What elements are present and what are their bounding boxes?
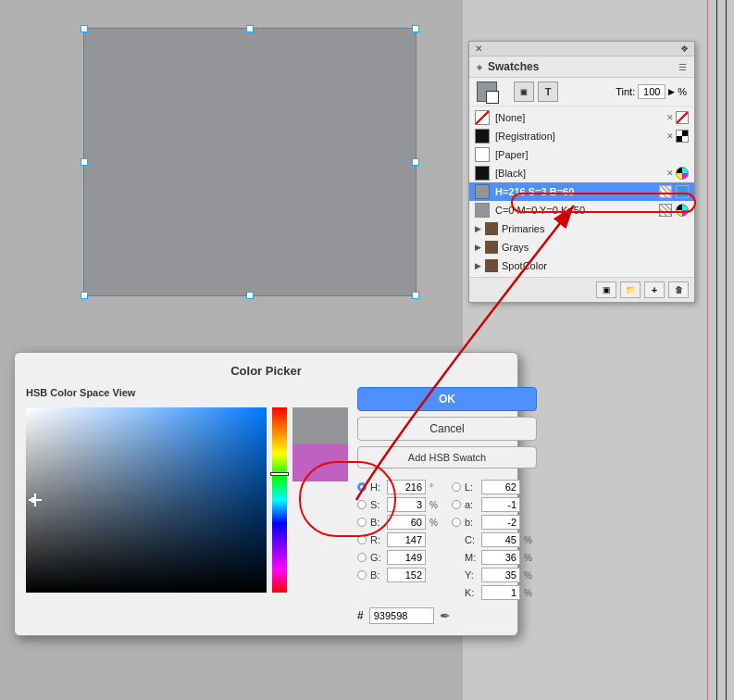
new-group-icon: ▣ [603, 285, 611, 294]
C-input[interactable] [481, 532, 520, 547]
radio-R[interactable] [357, 535, 367, 544]
radio-b3[interactable] [452, 518, 461, 527]
field-row-G: G: [357, 550, 442, 565]
radio-G[interactable] [357, 553, 367, 562]
hue-slider[interactable] [270, 472, 289, 476]
handle-tm[interactable] [246, 25, 254, 32]
primaries-icon [485, 222, 498, 235]
tint-input[interactable] [638, 84, 666, 99]
radio-B2[interactable] [357, 570, 367, 580]
eyedropper-icon[interactable]: ✒ [440, 608, 451, 623]
color-gradient[interactable] [26, 407, 267, 593]
cp-right-section: OK Cancel Add HSB Swatch H: ° L: [357, 387, 537, 624]
panel-top-bar: ✕ ❖ [469, 42, 694, 56]
tint-arrow[interactable]: ▶ [668, 87, 675, 96]
radio-a[interactable] [452, 500, 461, 509]
diamond-icon: ◆ [477, 63, 482, 71]
panel-collapse[interactable]: ❖ [680, 44, 689, 54]
color-picker-dialog: Color Picker HSB Color Space View [14, 352, 518, 636]
group-grays[interactable]: ▶ Grays [469, 238, 694, 256]
folder-btn[interactable]: 📁 [620, 281, 641, 298]
group-primaries[interactable]: ▶ Primaries [469, 219, 694, 238]
S-input[interactable] [387, 497, 426, 512]
R-input[interactable] [387, 532, 426, 547]
black-label: [Black] [495, 168, 666, 179]
M-input[interactable] [481, 550, 520, 565]
new-group-btn[interactable]: ▣ [596, 281, 616, 298]
swatch-row-black[interactable]: [Black] ✕ [469, 164, 694, 182]
panel-menu-icon[interactable]: ☰ [678, 62, 687, 72]
color-old [292, 444, 348, 481]
handle-tl[interactable] [81, 25, 88, 32]
swatch-row-none[interactable]: [None] ✕ [469, 108, 694, 127]
R-label: R: [370, 534, 383, 545]
hex-input[interactable] [369, 607, 434, 624]
rgb-btn[interactable]: ▣ [514, 81, 534, 102]
group-spotcolor[interactable]: ▶ SpotColor [469, 256, 694, 275]
cmyk-icons [657, 204, 689, 217]
trash-icon: 🗑 [675, 285, 683, 294]
add-hsb-swatch-button[interactable]: Add HSB Swatch [357, 446, 537, 469]
field-row-b3: b: [452, 515, 537, 530]
handle-mr[interactable] [412, 158, 419, 166]
G-input[interactable] [387, 550, 426, 565]
handle-br[interactable] [412, 292, 419, 299]
t-btn[interactable]: T [538, 81, 558, 102]
empty-cell [357, 585, 442, 600]
swatch-row-cmyk[interactable]: C=0 M=0 Y=0 K=50 [469, 201, 694, 219]
b3-input[interactable] [481, 515, 520, 530]
none-box [676, 111, 689, 124]
none-label: [None] [495, 112, 666, 123]
primaries-arrow: ▶ [475, 224, 481, 233]
fill-swatch-btn[interactable] [477, 81, 497, 102]
field-row-Y: Y: % [452, 568, 537, 582]
a-input[interactable] [481, 497, 520, 512]
hue-bar[interactable] [272, 407, 287, 593]
field-row-S: S: % [357, 497, 442, 512]
crosshair-dot [31, 497, 36, 503]
field-row-C: C: % [452, 532, 537, 547]
cmyk-circle [676, 204, 689, 217]
B2-input[interactable] [387, 568, 426, 582]
delete-swatch-btn[interactable]: 🗑 [668, 281, 689, 298]
canvas-document [83, 28, 417, 296]
add-swatch-panel-btn[interactable]: + [644, 281, 665, 298]
color-picker-title: Color Picker [26, 364, 506, 378]
field-row-K: K: % [452, 585, 537, 600]
tint-row: Tint: ▶ % [616, 84, 687, 99]
grays-label: Grays [502, 242, 529, 253]
b3-label: b: [465, 517, 478, 528]
handle-tr[interactable] [412, 25, 419, 32]
hsb-blue [676, 185, 689, 198]
panel-footer: ▣ 📁 + 🗑 [469, 277, 694, 302]
spotcolor-arrow: ▶ [475, 261, 481, 270]
Y-input[interactable] [481, 568, 520, 582]
handle-bl[interactable] [81, 292, 88, 299]
none-color [475, 110, 490, 125]
cancel-button[interactable]: Cancel [357, 417, 537, 441]
handle-ml[interactable] [81, 158, 88, 166]
field-row-R: R: [357, 532, 442, 547]
B-input[interactable] [387, 515, 426, 530]
radio-L[interactable] [452, 482, 461, 492]
v-line-dark-1 [716, 0, 717, 700]
ok-button[interactable]: OK [357, 387, 537, 411]
tint-unit: % [678, 86, 687, 97]
swatch-row-registration[interactable]: [Registration] ✕ [469, 127, 694, 145]
handle-bm[interactable] [246, 292, 254, 299]
L-input[interactable] [481, 480, 520, 494]
H-input[interactable] [387, 480, 426, 494]
black-cross: ✕ [666, 169, 674, 178]
panel-close-x[interactable]: ✕ [475, 44, 482, 54]
swatch-list: [None] ✕ [Registration] ✕ [Paper] [469, 106, 694, 277]
cp-buttons: OK Cancel Add HSB Swatch [357, 387, 537, 469]
radio-S[interactable] [357, 500, 367, 509]
radio-B[interactable] [357, 518, 367, 527]
reg-box [676, 130, 689, 143]
H-label: H: [370, 481, 383, 493]
K-input[interactable] [481, 585, 520, 600]
swatch-row-paper[interactable]: [Paper] [469, 145, 694, 164]
swatch-row-hsb[interactable]: H=216 S=3 B=60 [469, 182, 694, 201]
radio-H[interactable] [357, 482, 367, 492]
spotcolor-icon [485, 259, 498, 272]
